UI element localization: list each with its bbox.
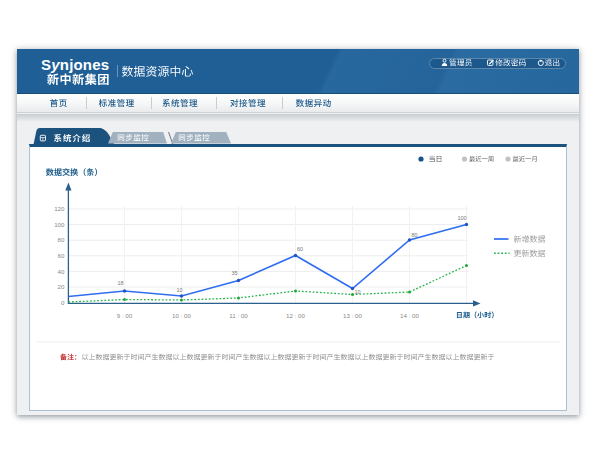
svg-text:80: 80: [58, 236, 65, 243]
svg-text:40: 40: [58, 268, 65, 275]
svg-text:120: 120: [54, 205, 65, 212]
svg-text:80: 80: [412, 232, 418, 238]
svg-text:12 : 00: 12 : 00: [286, 312, 305, 319]
svg-text:18: 18: [118, 280, 124, 286]
svg-text:100: 100: [54, 221, 65, 228]
svg-text:11 : 00: 11 : 00: [229, 312, 248, 319]
svg-text:20: 20: [58, 283, 65, 290]
svg-text:100: 100: [458, 215, 467, 221]
svg-text:10: 10: [177, 287, 183, 293]
svg-text:60: 60: [297, 246, 303, 252]
svg-text:9 : 00: 9 : 00: [117, 312, 133, 319]
svg-text:60: 60: [58, 252, 65, 259]
svg-text:10 : 00: 10 : 00: [172, 312, 191, 319]
svg-text:0: 0: [61, 299, 65, 306]
svg-text:14 : 00: 14 : 00: [400, 312, 419, 319]
svg-text:10: 10: [355, 289, 361, 295]
svg-text:35: 35: [232, 270, 238, 276]
svg-text:13 : 00: 13 : 00: [343, 312, 362, 319]
